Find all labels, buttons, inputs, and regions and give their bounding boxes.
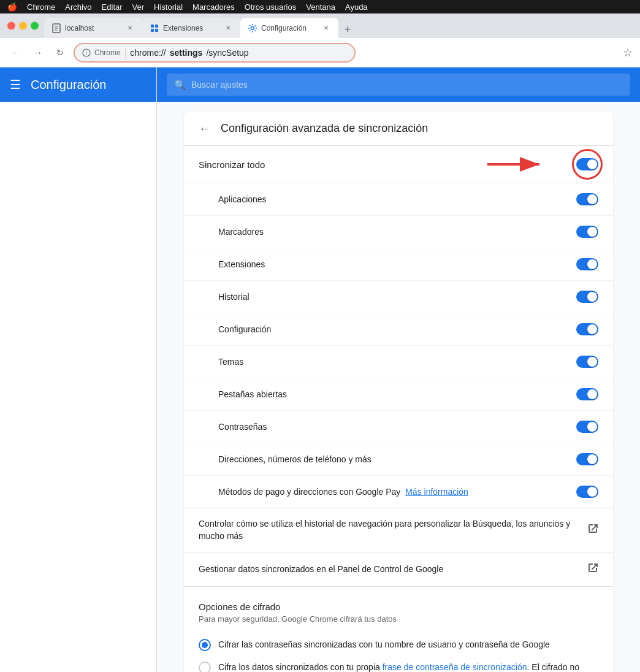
reload-button[interactable]: ↻ bbox=[51, 44, 69, 61]
back-button[interactable]: ← bbox=[7, 44, 25, 61]
encrypt-option-passphrase: Cifra los datos sincronizados con tu pro… bbox=[199, 656, 598, 672]
menu-historial[interactable]: Historial bbox=[154, 2, 183, 12]
external-link-icon-2 bbox=[587, 562, 598, 576]
tab-localhost[interactable]: localhost ✕ bbox=[44, 18, 142, 38]
new-tab-button[interactable]: + bbox=[338, 21, 357, 38]
red-arrow-svg bbox=[484, 155, 546, 174]
sidebar-title: Configuración bbox=[31, 78, 106, 92]
sync-item-config-label: Configuración bbox=[218, 324, 576, 334]
url-text: chrome:// bbox=[130, 48, 166, 58]
tab-localhost-close[interactable]: ✕ bbox=[125, 23, 135, 33]
sync-item-extensions: Extensiones bbox=[184, 248, 613, 280]
url-settings: settings bbox=[170, 48, 203, 58]
encrypt-option-google: Cifrar las contraseñas sincronizadas con… bbox=[199, 633, 598, 656]
passphrase-link[interactable]: frase de contraseña de sincronización bbox=[383, 662, 527, 672]
gear-icon bbox=[248, 23, 257, 33]
menu-ayuda[interactable]: Ayuda bbox=[345, 2, 368, 12]
sync-item-addresses-toggle[interactable] bbox=[576, 453, 598, 465]
tab-extensions-close[interactable]: ✕ bbox=[223, 23, 233, 33]
chrome-main: ☰ Configuración 🔍 ← Configuración avanza… bbox=[0, 67, 640, 672]
activity-control-text: Controlar cómo se utiliza el historial d… bbox=[199, 518, 587, 542]
menu-otros-usuarios[interactable]: Otros usuarios bbox=[245, 2, 297, 12]
activity-control-row[interactable]: Controlar cómo se utiliza el historial d… bbox=[184, 508, 613, 552]
sync-item-history-toggle[interactable] bbox=[576, 291, 598, 303]
sync-item-apps-toggle[interactable] bbox=[576, 193, 598, 205]
menu-archivo[interactable]: Archivo bbox=[65, 2, 91, 12]
tab-extensions-label: Extensiones bbox=[163, 24, 219, 32]
sync-item-themes-label: Temas bbox=[218, 357, 576, 367]
sync-item-passwords: Contraseñas bbox=[184, 410, 613, 443]
sync-item-bookmarks: Marcadores bbox=[184, 215, 613, 248]
svg-rect-4 bbox=[151, 25, 154, 28]
encrypt-radio-passphrase[interactable] bbox=[199, 662, 211, 672]
sync-all-label: Sincronizar todo bbox=[199, 159, 265, 170]
sync-items-list: Aplicaciones Marcadores Extensiones bbox=[184, 183, 613, 508]
search-input[interactable] bbox=[191, 80, 623, 90]
svg-rect-5 bbox=[155, 25, 158, 28]
sync-item-payment: Métodos de pago y direcciones con Google… bbox=[184, 475, 613, 508]
sync-all-toggle-area bbox=[576, 158, 598, 170]
secure-icon: i bbox=[82, 48, 91, 57]
hamburger-menu[interactable]: ☰ bbox=[10, 77, 21, 92]
menubar: 🍎 Chrome Archivo Editar Ver Historial Ma… bbox=[0, 0, 640, 13]
tabs-bar: localhost ✕ Extensiones ✕ Configuración … bbox=[0, 13, 640, 38]
menu-editar[interactable]: Editar bbox=[102, 2, 123, 12]
window-controls bbox=[7, 22, 39, 30]
page-icon bbox=[51, 23, 61, 33]
back-button-panel[interactable]: ← bbox=[199, 121, 211, 136]
panel-title: Configuración avanzada de sincronización bbox=[221, 122, 428, 135]
external-link-icon-1 bbox=[587, 523, 598, 537]
window-minimize-button[interactable] bbox=[19, 22, 27, 30]
sync-item-config-toggle[interactable] bbox=[576, 323, 598, 335]
main-content: 🔍 ← Configuración avanzada de sincroniza… bbox=[157, 67, 640, 672]
tab-extensions[interactable]: Extensiones ✕ bbox=[142, 18, 240, 38]
sync-item-apps-label: Aplicaciones bbox=[218, 194, 576, 204]
search-bar[interactable]: 🔍 bbox=[167, 74, 630, 96]
sync-item-extensions-toggle[interactable] bbox=[576, 258, 598, 270]
encrypt-title: Opciones de cifrado bbox=[199, 601, 598, 612]
forward-button[interactable]: → bbox=[29, 44, 47, 61]
tab-settings-close[interactable]: ✕ bbox=[321, 23, 331, 33]
encrypt-radio-google[interactable] bbox=[199, 639, 211, 651]
sync-item-bookmarks-toggle[interactable] bbox=[576, 226, 598, 238]
tab-localhost-label: localhost bbox=[65, 24, 121, 32]
sync-item-passwords-toggle[interactable] bbox=[576, 421, 598, 433]
menu-ver[interactable]: Ver bbox=[132, 2, 145, 12]
sync-item-themes-toggle[interactable] bbox=[576, 356, 598, 368]
payment-more-info-link[interactable]: Más información bbox=[405, 487, 468, 497]
tab-settings[interactable]: Configuración ✕ bbox=[240, 18, 338, 38]
window-maximize-button[interactable] bbox=[31, 22, 39, 30]
menu-chrome[interactable]: Chrome bbox=[27, 2, 55, 12]
url-path: /syncSetup bbox=[206, 48, 248, 58]
manage-data-row[interactable]: Gestionar datos sincronizados en el Pane… bbox=[184, 552, 613, 586]
sync-item-payment-label: Métodos de pago y direcciones con Google… bbox=[218, 487, 576, 497]
sync-item-apps: Aplicaciones bbox=[184, 183, 613, 215]
encryption-section: Opciones de cifrado Para mayor seguridad… bbox=[184, 586, 613, 672]
menu-marcadores[interactable]: Marcadores bbox=[192, 2, 235, 12]
sync-item-open-tabs-label: Pestañas abiertas bbox=[218, 389, 576, 399]
url-bar[interactable]: i Chrome | chrome://settings/syncSetup bbox=[74, 43, 356, 63]
url-chrome-label: Chrome bbox=[94, 48, 121, 57]
menu-ventana[interactable]: Ventana bbox=[306, 2, 335, 12]
address-bar: ← → ↻ i Chrome | chrome://settings/syncS… bbox=[0, 38, 640, 67]
sync-item-extensions-label: Extensiones bbox=[218, 259, 576, 269]
bookmark-button[interactable]: ☆ bbox=[623, 46, 633, 59]
settings-panel: ← Configuración avanzada de sincronizaci… bbox=[184, 112, 613, 672]
sync-item-payment-toggle[interactable] bbox=[576, 486, 598, 498]
sidebar: ☰ Configuración bbox=[0, 67, 157, 672]
search-icon: 🔍 bbox=[174, 79, 186, 91]
manage-data-text: Gestionar datos sincronizados en el Pane… bbox=[199, 563, 587, 576]
sync-item-open-tabs-toggle[interactable] bbox=[576, 388, 598, 400]
window-close-button[interactable] bbox=[7, 22, 15, 30]
tabs-area: localhost ✕ Extensiones ✕ Configuración … bbox=[44, 18, 357, 38]
sync-all-toggle[interactable] bbox=[576, 158, 598, 170]
sidebar-header: ☰ Configuración bbox=[0, 67, 156, 102]
sync-item-history-label: Historial bbox=[218, 292, 576, 302]
sync-item-history: Historial bbox=[184, 280, 613, 313]
sync-item-themes: Temas bbox=[184, 345, 613, 378]
puzzle-icon bbox=[150, 23, 159, 33]
sync-item-addresses: Direcciones, números de teléfono y más bbox=[184, 443, 613, 475]
apple-menu[interactable]: 🍎 bbox=[7, 2, 17, 12]
encrypt-subtitle: Para mayor seguridad, Google Chrome cifr… bbox=[199, 614, 598, 624]
svg-point-8 bbox=[251, 26, 254, 29]
